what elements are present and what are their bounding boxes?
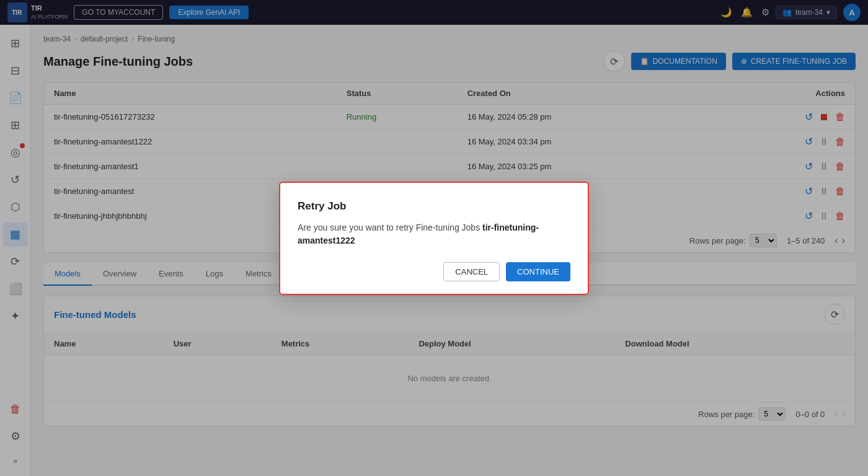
retry-job-modal: Retry Job Are you sure you want to retry… — [279, 182, 589, 295]
modal-body-prefix: Are you sure you want to retry Fine-tuni… — [298, 223, 482, 232]
modal-title: Retry Job — [298, 200, 570, 213]
modal-actions: CANCEL CONTINUE — [298, 262, 570, 281]
modal-overlay: Retry Job Are you sure you want to retry… — [0, 0, 868, 476]
continue-button[interactable]: CONTINUE — [506, 262, 570, 281]
cancel-button[interactable]: CANCEL — [443, 262, 500, 281]
modal-body: Are you sure you want to retry Fine-tuni… — [298, 221, 570, 247]
